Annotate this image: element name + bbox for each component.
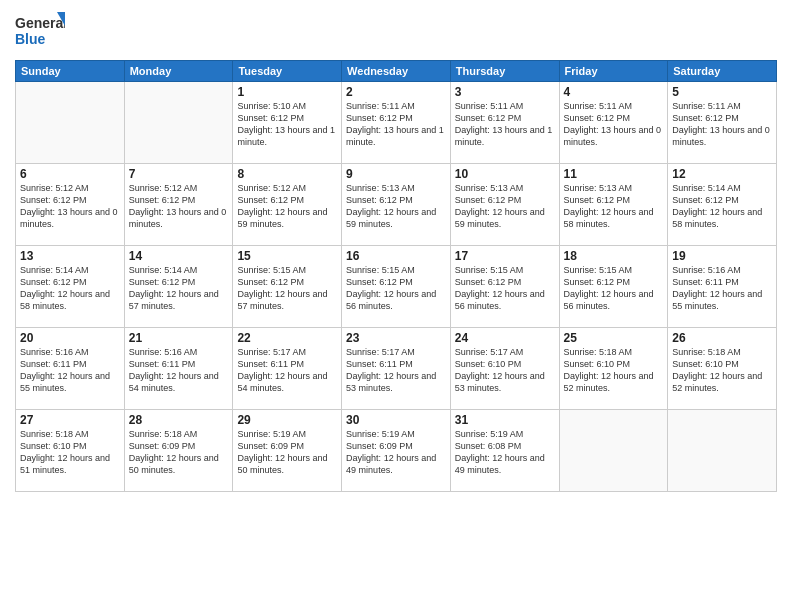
day-info: Sunrise: 5:10 AM Sunset: 6:12 PM Dayligh… bbox=[237, 100, 337, 149]
day-number: 19 bbox=[672, 249, 772, 263]
day-number: 4 bbox=[564, 85, 664, 99]
day-number: 9 bbox=[346, 167, 446, 181]
calendar-cell: 18Sunrise: 5:15 AM Sunset: 6:12 PM Dayli… bbox=[559, 246, 668, 328]
day-info: Sunrise: 5:18 AM Sunset: 6:09 PM Dayligh… bbox=[129, 428, 229, 477]
calendar-cell: 6Sunrise: 5:12 AM Sunset: 6:12 PM Daylig… bbox=[16, 164, 125, 246]
day-number: 1 bbox=[237, 85, 337, 99]
calendar-cell: 9Sunrise: 5:13 AM Sunset: 6:12 PM Daylig… bbox=[342, 164, 451, 246]
day-number: 5 bbox=[672, 85, 772, 99]
logo: General Blue bbox=[15, 10, 65, 52]
calendar-cell: 11Sunrise: 5:13 AM Sunset: 6:12 PM Dayli… bbox=[559, 164, 668, 246]
day-number: 6 bbox=[20, 167, 120, 181]
calendar-cell: 1Sunrise: 5:10 AM Sunset: 6:12 PM Daylig… bbox=[233, 82, 342, 164]
day-info: Sunrise: 5:15 AM Sunset: 6:12 PM Dayligh… bbox=[346, 264, 446, 313]
day-info: Sunrise: 5:15 AM Sunset: 6:12 PM Dayligh… bbox=[455, 264, 555, 313]
day-info: Sunrise: 5:14 AM Sunset: 6:12 PM Dayligh… bbox=[20, 264, 120, 313]
calendar-cell: 4Sunrise: 5:11 AM Sunset: 6:12 PM Daylig… bbox=[559, 82, 668, 164]
day-number: 13 bbox=[20, 249, 120, 263]
day-number: 26 bbox=[672, 331, 772, 345]
day-info: Sunrise: 5:14 AM Sunset: 6:12 PM Dayligh… bbox=[672, 182, 772, 231]
calendar-cell: 23Sunrise: 5:17 AM Sunset: 6:11 PM Dayli… bbox=[342, 328, 451, 410]
calendar-cell: 30Sunrise: 5:19 AM Sunset: 6:09 PM Dayli… bbox=[342, 410, 451, 492]
day-info: Sunrise: 5:17 AM Sunset: 6:11 PM Dayligh… bbox=[237, 346, 337, 395]
day-number: 31 bbox=[455, 413, 555, 427]
day-info: Sunrise: 5:13 AM Sunset: 6:12 PM Dayligh… bbox=[346, 182, 446, 231]
day-number: 2 bbox=[346, 85, 446, 99]
calendar-cell: 22Sunrise: 5:17 AM Sunset: 6:11 PM Dayli… bbox=[233, 328, 342, 410]
day-info: Sunrise: 5:12 AM Sunset: 6:12 PM Dayligh… bbox=[20, 182, 120, 231]
calendar-cell: 20Sunrise: 5:16 AM Sunset: 6:11 PM Dayli… bbox=[16, 328, 125, 410]
day-info: Sunrise: 5:18 AM Sunset: 6:10 PM Dayligh… bbox=[672, 346, 772, 395]
calendar-cell: 14Sunrise: 5:14 AM Sunset: 6:12 PM Dayli… bbox=[124, 246, 233, 328]
calendar-header-tuesday: Tuesday bbox=[233, 61, 342, 82]
calendar-cell bbox=[559, 410, 668, 492]
day-number: 15 bbox=[237, 249, 337, 263]
calendar-cell: 10Sunrise: 5:13 AM Sunset: 6:12 PM Dayli… bbox=[450, 164, 559, 246]
page-header: General Blue bbox=[15, 10, 777, 52]
calendar-header-sunday: Sunday bbox=[16, 61, 125, 82]
day-number: 18 bbox=[564, 249, 664, 263]
svg-text:Blue: Blue bbox=[15, 31, 46, 47]
calendar-cell: 31Sunrise: 5:19 AM Sunset: 6:08 PM Dayli… bbox=[450, 410, 559, 492]
day-info: Sunrise: 5:15 AM Sunset: 6:12 PM Dayligh… bbox=[564, 264, 664, 313]
day-number: 20 bbox=[20, 331, 120, 345]
calendar-cell: 8Sunrise: 5:12 AM Sunset: 6:12 PM Daylig… bbox=[233, 164, 342, 246]
calendar-cell: 28Sunrise: 5:18 AM Sunset: 6:09 PM Dayli… bbox=[124, 410, 233, 492]
calendar-cell: 17Sunrise: 5:15 AM Sunset: 6:12 PM Dayli… bbox=[450, 246, 559, 328]
day-info: Sunrise: 5:18 AM Sunset: 6:10 PM Dayligh… bbox=[20, 428, 120, 477]
calendar-header-wednesday: Wednesday bbox=[342, 61, 451, 82]
calendar-header-row: SundayMondayTuesdayWednesdayThursdayFrid… bbox=[16, 61, 777, 82]
day-info: Sunrise: 5:16 AM Sunset: 6:11 PM Dayligh… bbox=[20, 346, 120, 395]
day-info: Sunrise: 5:12 AM Sunset: 6:12 PM Dayligh… bbox=[237, 182, 337, 231]
day-info: Sunrise: 5:13 AM Sunset: 6:12 PM Dayligh… bbox=[564, 182, 664, 231]
day-number: 12 bbox=[672, 167, 772, 181]
day-number: 21 bbox=[129, 331, 229, 345]
calendar-cell: 19Sunrise: 5:16 AM Sunset: 6:11 PM Dayli… bbox=[668, 246, 777, 328]
calendar-week-3: 13Sunrise: 5:14 AM Sunset: 6:12 PM Dayli… bbox=[16, 246, 777, 328]
day-info: Sunrise: 5:12 AM Sunset: 6:12 PM Dayligh… bbox=[129, 182, 229, 231]
day-number: 27 bbox=[20, 413, 120, 427]
calendar-cell: 5Sunrise: 5:11 AM Sunset: 6:12 PM Daylig… bbox=[668, 82, 777, 164]
calendar-cell bbox=[124, 82, 233, 164]
calendar-week-2: 6Sunrise: 5:12 AM Sunset: 6:12 PM Daylig… bbox=[16, 164, 777, 246]
calendar-cell bbox=[668, 410, 777, 492]
calendar-cell: 7Sunrise: 5:12 AM Sunset: 6:12 PM Daylig… bbox=[124, 164, 233, 246]
day-number: 22 bbox=[237, 331, 337, 345]
day-number: 25 bbox=[564, 331, 664, 345]
calendar-cell: 15Sunrise: 5:15 AM Sunset: 6:12 PM Dayli… bbox=[233, 246, 342, 328]
calendar-week-4: 20Sunrise: 5:16 AM Sunset: 6:11 PM Dayli… bbox=[16, 328, 777, 410]
day-number: 8 bbox=[237, 167, 337, 181]
day-info: Sunrise: 5:11 AM Sunset: 6:12 PM Dayligh… bbox=[346, 100, 446, 149]
day-info: Sunrise: 5:17 AM Sunset: 6:11 PM Dayligh… bbox=[346, 346, 446, 395]
calendar-header-monday: Monday bbox=[124, 61, 233, 82]
calendar-cell bbox=[16, 82, 125, 164]
day-info: Sunrise: 5:13 AM Sunset: 6:12 PM Dayligh… bbox=[455, 182, 555, 231]
day-info: Sunrise: 5:19 AM Sunset: 6:08 PM Dayligh… bbox=[455, 428, 555, 477]
day-info: Sunrise: 5:19 AM Sunset: 6:09 PM Dayligh… bbox=[346, 428, 446, 477]
calendar-cell: 16Sunrise: 5:15 AM Sunset: 6:12 PM Dayli… bbox=[342, 246, 451, 328]
calendar-cell: 21Sunrise: 5:16 AM Sunset: 6:11 PM Dayli… bbox=[124, 328, 233, 410]
day-number: 28 bbox=[129, 413, 229, 427]
calendar-cell: 25Sunrise: 5:18 AM Sunset: 6:10 PM Dayli… bbox=[559, 328, 668, 410]
calendar-header-thursday: Thursday bbox=[450, 61, 559, 82]
day-info: Sunrise: 5:15 AM Sunset: 6:12 PM Dayligh… bbox=[237, 264, 337, 313]
logo-svg: General Blue bbox=[15, 10, 65, 52]
calendar-cell: 12Sunrise: 5:14 AM Sunset: 6:12 PM Dayli… bbox=[668, 164, 777, 246]
day-info: Sunrise: 5:14 AM Sunset: 6:12 PM Dayligh… bbox=[129, 264, 229, 313]
day-number: 3 bbox=[455, 85, 555, 99]
day-number: 24 bbox=[455, 331, 555, 345]
day-info: Sunrise: 5:17 AM Sunset: 6:10 PM Dayligh… bbox=[455, 346, 555, 395]
day-number: 11 bbox=[564, 167, 664, 181]
day-info: Sunrise: 5:16 AM Sunset: 6:11 PM Dayligh… bbox=[129, 346, 229, 395]
calendar-header-saturday: Saturday bbox=[668, 61, 777, 82]
day-info: Sunrise: 5:19 AM Sunset: 6:09 PM Dayligh… bbox=[237, 428, 337, 477]
calendar-cell: 26Sunrise: 5:18 AM Sunset: 6:10 PM Dayli… bbox=[668, 328, 777, 410]
day-number: 7 bbox=[129, 167, 229, 181]
calendar-cell: 2Sunrise: 5:11 AM Sunset: 6:12 PM Daylig… bbox=[342, 82, 451, 164]
calendar-cell: 3Sunrise: 5:11 AM Sunset: 6:12 PM Daylig… bbox=[450, 82, 559, 164]
day-number: 29 bbox=[237, 413, 337, 427]
calendar-table: SundayMondayTuesdayWednesdayThursdayFrid… bbox=[15, 60, 777, 492]
day-info: Sunrise: 5:11 AM Sunset: 6:12 PM Dayligh… bbox=[672, 100, 772, 149]
day-number: 16 bbox=[346, 249, 446, 263]
day-info: Sunrise: 5:11 AM Sunset: 6:12 PM Dayligh… bbox=[564, 100, 664, 149]
